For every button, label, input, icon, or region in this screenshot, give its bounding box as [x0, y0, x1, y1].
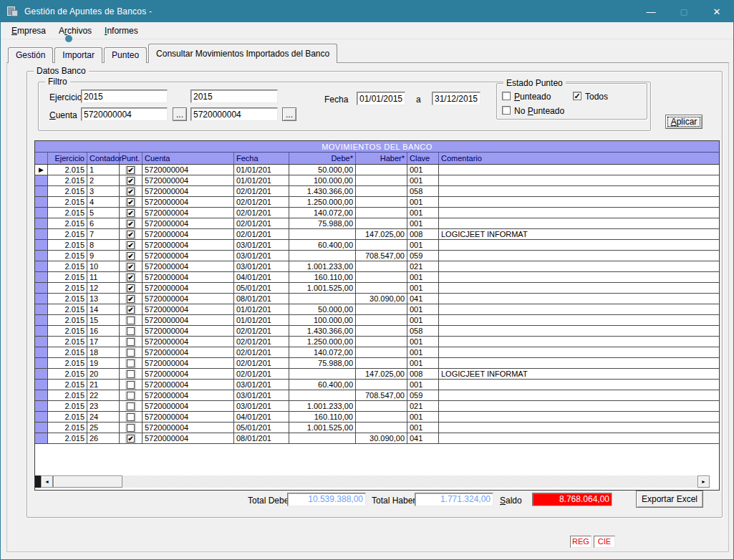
punteado-grid-checkbox[interactable]: ✔ — [127, 231, 135, 238]
table-row[interactable]: 2.0152✔572000000401/01/201100.000,00001 — [35, 175, 719, 186]
cell-fecha[interactable]: 01/01/201 — [234, 304, 289, 314]
cell-punteado[interactable] — [120, 358, 143, 368]
cell-cuenta[interactable]: 5720000004 — [143, 401, 234, 411]
table-row[interactable]: ▶2.0151✔572000000401/01/20150.000,00001 — [35, 165, 719, 175]
cell-fecha[interactable]: 05/01/201 — [234, 423, 289, 433]
cell-haber[interactable]: 708.547,00 — [356, 390, 407, 400]
menu-item-archivos[interactable]: Archivos — [52, 23, 98, 39]
punteado-grid-checkbox[interactable] — [127, 392, 135, 400]
cell-contador[interactable]: 23 — [87, 401, 120, 411]
cell-clave[interactable]: 001 — [407, 315, 439, 325]
cell-debe[interactable]: 1.001.233,00 — [289, 401, 356, 411]
cell-cuenta[interactable]: 5720000004 — [143, 240, 234, 250]
punteado-grid-checkbox[interactable]: ✔ — [127, 188, 135, 195]
cell-debe[interactable] — [289, 369, 356, 379]
aplicar-button[interactable]: Aplicar — [665, 115, 702, 129]
cell-ejercicio[interactable]: 2.015 — [48, 197, 87, 207]
cell-punteado[interactable] — [120, 412, 143, 422]
table-row[interactable]: 2.0153✔572000000402/01/2011.430.366,0005… — [35, 186, 719, 197]
row-selector[interactable] — [35, 358, 48, 368]
cell-contador[interactable]: 25 — [87, 423, 120, 433]
row-selector[interactable] — [35, 433, 48, 443]
cell-contador[interactable]: 14 — [87, 304, 120, 314]
cell-comentario[interactable] — [439, 390, 719, 400]
cell-comentario[interactable] — [439, 423, 719, 433]
cell-fecha[interactable]: 02/01/201 — [234, 326, 289, 336]
cell-fecha[interactable]: 01/01/201 — [234, 165, 289, 175]
punteado-grid-checkbox[interactable] — [127, 370, 135, 378]
cell-debe[interactable]: 100.000,00 — [289, 175, 356, 185]
cell-clave[interactable]: 059 — [407, 251, 439, 261]
cell-debe[interactable]: 50.000,00 — [289, 165, 356, 175]
cell-punteado[interactable] — [120, 315, 143, 325]
cell-haber[interactable]: 708.547,00 — [356, 251, 407, 261]
cell-punteado[interactable]: ✔ — [120, 433, 143, 443]
cell-haber[interactable] — [356, 423, 407, 433]
cell-comentario[interactable] — [439, 186, 719, 196]
cell-haber[interactable] — [356, 326, 407, 336]
cell-fecha[interactable]: 03/01/201 — [234, 261, 289, 271]
row-selector[interactable] — [35, 315, 48, 325]
cell-contador[interactable]: 6 — [87, 218, 120, 228]
row-selector[interactable] — [35, 229, 48, 239]
cell-comentario[interactable] — [439, 218, 719, 228]
cell-cuenta[interactable]: 5720000004 — [143, 229, 234, 239]
column-header-cuenta[interactable]: Cuenta — [143, 153, 234, 164]
punteado-grid-checkbox[interactable]: ✔ — [127, 435, 135, 443]
table-row[interactable]: 2.0158✔572000000403/01/20160.400,00001 — [35, 240, 719, 251]
row-selector[interactable] — [35, 423, 48, 433]
cell-contador[interactable]: 3 — [87, 186, 120, 196]
tab-gestión[interactable]: Gestión — [8, 47, 53, 63]
tab-punteo[interactable]: Punteo — [104, 47, 147, 63]
table-row[interactable]: 2.0157✔572000000402/01/201147.025,00008L… — [35, 229, 719, 240]
cell-clave[interactable]: 041 — [407, 433, 439, 443]
table-row[interactable]: 2.01524572000000404/01/201160.110,00001 — [35, 412, 719, 423]
cell-haber[interactable] — [356, 165, 407, 175]
cell-cuenta[interactable]: 5720000004 — [143, 208, 234, 218]
cell-contador[interactable]: 2 — [87, 175, 120, 185]
cell-debe[interactable]: 60.400,00 — [289, 240, 356, 250]
cell-debe[interactable] — [289, 390, 356, 400]
cell-haber[interactable] — [356, 401, 407, 411]
cell-clave[interactable]: 021 — [407, 401, 439, 411]
cell-fecha[interactable]: 03/01/201 — [234, 240, 289, 250]
cell-contador[interactable]: 17 — [87, 337, 120, 347]
cell-ejercicio[interactable]: 2.015 — [48, 401, 87, 411]
cell-ejercicio[interactable]: 2.015 — [48, 272, 87, 282]
cell-cuenta[interactable]: 5720000004 — [143, 261, 234, 271]
punteado-grid-checkbox[interactable]: ✔ — [127, 252, 135, 260]
table-row[interactable]: 2.01520572000000402/01/201147.025,00008L… — [35, 369, 719, 380]
no-punteado-label[interactable]: No Punteado — [514, 106, 564, 116]
column-header-clave[interactable]: Clave — [407, 153, 439, 164]
cell-clave[interactable]: 008 — [407, 369, 439, 379]
cell-ejercicio[interactable]: 2.015 — [48, 304, 87, 314]
punteado-grid-checkbox[interactable]: ✔ — [127, 166, 135, 174]
fecha-from-input[interactable] — [357, 92, 405, 105]
cell-clave[interactable]: 001 — [407, 165, 439, 175]
no-punteado-checkbox[interactable] — [502, 106, 511, 115]
punteado-grid-checkbox[interactable]: ✔ — [127, 177, 135, 185]
cell-haber[interactable] — [356, 283, 407, 293]
cell-cuenta[interactable]: 5720000004 — [143, 304, 234, 314]
cell-fecha[interactable]: 02/01/201 — [234, 369, 289, 379]
cell-punteado[interactable] — [120, 337, 143, 347]
cell-haber[interactable] — [356, 272, 407, 282]
cell-contador[interactable]: 21 — [87, 380, 120, 390]
cell-comentario[interactable] — [439, 401, 719, 411]
cell-fecha[interactable]: 04/01/201 — [234, 412, 289, 422]
menu-item-empresa[interactable]: Empresa — [5, 23, 52, 39]
exportar-excel-button[interactable]: Exportar Excel — [636, 491, 703, 508]
cell-ejercicio[interactable]: 2.015 — [48, 261, 87, 271]
cell-clave[interactable]: 008 — [407, 229, 439, 239]
cell-fecha[interactable]: 02/01/201 — [234, 218, 289, 228]
table-row[interactable]: 2.01512✔572000000405/01/2011.001.525,000… — [35, 283, 719, 294]
table-row[interactable]: 2.01517572000000402/01/2011.250.000,0000… — [35, 337, 719, 347]
cell-debe[interactable]: 50.000,00 — [289, 304, 356, 314]
punteado-grid-checkbox[interactable]: ✔ — [127, 198, 135, 206]
cell-comentario[interactable] — [439, 165, 719, 175]
fecha-to-input[interactable] — [432, 92, 481, 105]
cell-punteado[interactable]: ✔ — [120, 208, 143, 218]
row-selector[interactable] — [35, 240, 48, 250]
cell-punteado[interactable]: ✔ — [120, 165, 143, 175]
punteado-grid-checkbox[interactable] — [127, 424, 135, 432]
